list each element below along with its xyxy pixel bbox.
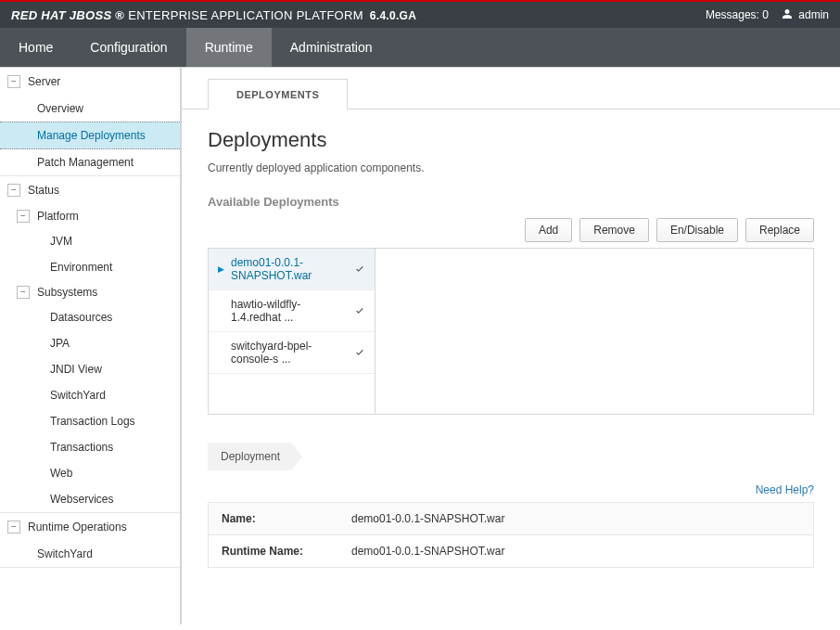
replace-button[interactable]: Replace [745, 218, 814, 242]
deployment-name: demo01-0.0.1-SNAPSHOT.war [231, 256, 349, 282]
sidebar-item-jvm[interactable]: JVM [0, 228, 180, 254]
check-icon [354, 347, 365, 359]
sidebar-item-switchyard[interactable]: SwitchYard [0, 382, 180, 408]
sidebar-section-status[interactable]: − Status [0, 176, 180, 204]
sidebar-item-txlogs[interactable]: Transaction Logs [0, 408, 180, 434]
sidebar-subsection-platform[interactable]: − Platform [0, 204, 180, 228]
brand: RED HAT JBOSS ® ENTERPRISE APPLICATION P… [11, 8, 416, 22]
tab-configuration[interactable]: Configuration [71, 28, 185, 67]
sidebar-item-patch-management[interactable]: Patch Management [0, 149, 180, 175]
detail-value-runtime: demo01-0.0.1-SNAPSHOT.war [338, 535, 813, 567]
sidebar-subsection-label: Platform [37, 210, 79, 223]
sidebar-item-overview[interactable]: Overview [0, 96, 180, 122]
user-name: admin [798, 8, 829, 21]
need-help-link[interactable]: Need Help? [756, 483, 814, 496]
collapse-icon: − [7, 521, 20, 534]
collapse-icon: − [7, 184, 20, 197]
collapse-icon: − [17, 286, 30, 299]
breadcrumb[interactable]: Deployment [208, 443, 302, 470]
tab-administration[interactable]: Administration [272, 28, 391, 67]
brand-jboss: JBOSS [70, 8, 112, 22]
sidebar-item-datasources[interactable]: Datasources [0, 304, 180, 330]
brand-version: 6.4.0.GA [370, 9, 416, 22]
brand-redhat: RED HAT [11, 8, 66, 22]
content-tab-deployments[interactable]: DEPLOYMENTS [208, 79, 348, 109]
sidebar-item-web[interactable]: Web [0, 460, 180, 486]
sidebar-item-tx[interactable]: Transactions [0, 434, 180, 460]
detail-label-name: Name: [209, 503, 338, 534]
sidebar-section-server[interactable]: − Server [0, 68, 180, 96]
remove-button[interactable]: Remove [579, 218, 649, 242]
tab-runtime[interactable]: Runtime [186, 28, 272, 67]
sidebar-subsection-subsystems[interactable]: − Subsystems [0, 280, 180, 304]
sidebar-section-runtime-ops[interactable]: − Runtime Operations [0, 513, 180, 541]
tab-home[interactable]: Home [0, 28, 71, 67]
messages-link[interactable]: Messages: 0 [706, 8, 769, 21]
add-button[interactable]: Add [525, 218, 572, 242]
deployment-name: hawtio-wildfly-1.4.redhat ... [231, 298, 349, 324]
sidebar-item-environment[interactable]: Environment [0, 254, 180, 280]
sidebar-subsection-label: Subsystems [37, 286, 97, 299]
deployment-row[interactable]: ▶ hawtio-wildfly-1.4.redhat ... [209, 290, 375, 332]
en-disable-button[interactable]: En/Disable [656, 218, 738, 242]
deployment-list: ▶ demo01-0.0.1-SNAPSHOT.war ▶ hawtio-wil… [208, 248, 814, 415]
collapse-icon: − [7, 75, 20, 88]
detail-label-runtime: Runtime Name: [209, 535, 338, 567]
collapse-icon: − [17, 210, 30, 223]
sidebar-section-label: Server [28, 75, 60, 88]
check-icon [354, 264, 365, 276]
deployment-row[interactable]: ▶ demo01-0.0.1-SNAPSHOT.war [209, 249, 375, 290]
caret-right-icon: ▶ [218, 264, 225, 274]
page-title: Deployments [208, 128, 814, 152]
sidebar: − Server Overview Manage Deployments Pat… [0, 68, 182, 624]
detail-value-name: demo01-0.0.1-SNAPSHOT.war [338, 503, 813, 534]
sidebar-item-jpa[interactable]: JPA [0, 330, 180, 356]
deployment-name: switchyard-bpel-console-s ... [231, 340, 349, 366]
sidebar-item-jndi[interactable]: JNDI View [0, 356, 180, 382]
available-deployments-label: Available Deployments [208, 195, 814, 209]
user-icon [782, 8, 793, 19]
sidebar-section-label: Runtime Operations [28, 521, 127, 534]
sidebar-item-manage-deployments[interactable]: Manage Deployments [0, 122, 180, 149]
check-icon [354, 305, 365, 317]
topbar: RED HAT JBOSS ® ENTERPRISE APPLICATION P… [0, 0, 840, 28]
sidebar-item-ws[interactable]: Webservices [0, 486, 180, 512]
user-menu[interactable]: admin [782, 8, 829, 21]
sidebar-item-ro-switchyard[interactable]: SwitchYard [0, 541, 180, 567]
brand-eap: ENTERPRISE APPLICATION PLATFORM [128, 8, 363, 22]
sidebar-section-label: Status [28, 184, 59, 197]
main-content: DEPLOYMENTS Deployments Currently deploy… [182, 68, 840, 624]
deployment-actions: Add Remove En/Disable Replace [208, 218, 814, 242]
deployment-row[interactable]: ▶ switchyard-bpel-console-s ... [209, 332, 375, 374]
page-subtitle: Currently deployed application component… [208, 161, 814, 174]
deployment-detail-table: Name: demo01-0.0.1-SNAPSHOT.war Runtime … [208, 502, 814, 568]
main-nav: Home Configuration Runtime Administratio… [0, 28, 840, 67]
